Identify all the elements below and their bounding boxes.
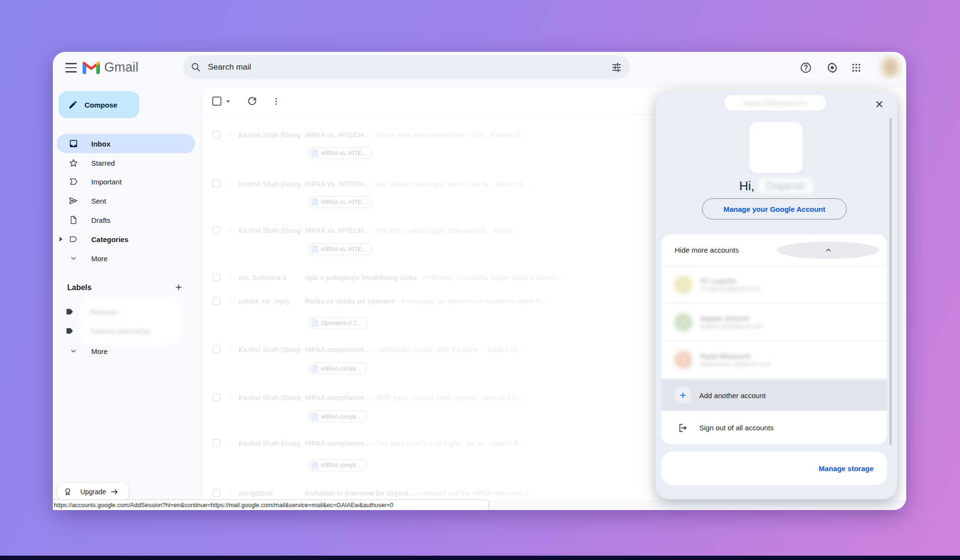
account-avatar: P bbox=[674, 351, 693, 369]
email-label-chip[interactable]: HIPAA vs. HITE… bbox=[309, 196, 372, 208]
sidebar-item-categories[interactable]: Categories bbox=[57, 230, 195, 249]
sidebar-item-label: Starred bbox=[91, 159, 115, 167]
doc-icon bbox=[311, 365, 318, 373]
doc-icon bbox=[311, 198, 318, 206]
label-tag-icon bbox=[68, 234, 79, 244]
search-input[interactable]: Search mail bbox=[208, 62, 611, 72]
sidebar-item-more[interactable]: More bbox=[57, 249, 195, 268]
create-label-plus-icon[interactable]: + bbox=[171, 280, 186, 295]
status-url: https://accounts.google.com/AddSession?h… bbox=[54, 502, 393, 509]
email-label-chip[interactable]: HIPAA compli… bbox=[309, 459, 366, 471]
account-name-redacted: Dajana Juković bbox=[700, 315, 764, 322]
labels-heading: Labels bbox=[67, 283, 92, 292]
close-icon[interactable]: ✕ bbox=[870, 95, 889, 114]
account-email-redacted: dajana.juk@gmail.com bbox=[700, 322, 764, 329]
sidebar-item-label: More bbox=[91, 255, 108, 263]
sidebar-item-label: Sent bbox=[91, 197, 106, 205]
account-row[interactable]: D Dajana Juković dajana.juk@gmail.com bbox=[661, 304, 887, 341]
accounts-card: Hide more accounts S ST Logistic st.logi… bbox=[661, 234, 887, 378]
labels-more-item[interactable]: More bbox=[57, 341, 195, 361]
sidebar-item-inbox[interactable]: Inbox bbox=[57, 134, 195, 153]
sign-out-label: Sign out of all accounts bbox=[699, 424, 774, 432]
sign-out-icon bbox=[674, 423, 692, 433]
chevron-up-icon bbox=[824, 246, 833, 255]
desktop-background: Gmail Search mail bbox=[0, 0, 960, 560]
arrow-right-icon bbox=[110, 487, 123, 496]
email-label-chip[interactable]: HIPAA vs. HITE… bbox=[309, 147, 372, 159]
screen-bottom-bar bbox=[0, 556, 960, 560]
star-icon bbox=[68, 158, 79, 168]
upgrade-button[interactable]: Upgrade bbox=[58, 483, 129, 501]
email-label-chip[interactable]: HIPAA vs. HITE… bbox=[309, 243, 372, 255]
label-tag-icon[interactable] bbox=[65, 326, 76, 337]
plus-icon: + bbox=[674, 387, 692, 404]
google-account-panel: dajana.93i@gmail.com ✕ Hi, Dajana! Manag… bbox=[656, 90, 897, 499]
account-name-redacted: ST Logistic bbox=[700, 277, 761, 285]
label-item[interactable]: Personal bbox=[90, 308, 172, 316]
gmail-m-icon bbox=[83, 61, 100, 74]
account-avatar: S bbox=[674, 276, 693, 294]
search-icon[interactable] bbox=[191, 62, 201, 73]
greeting-name-redacted: Dajana! bbox=[758, 178, 814, 194]
sidebar-item-label: Categories bbox=[91, 235, 129, 243]
sidebar-item-sent[interactable]: Sent bbox=[57, 191, 195, 210]
account-row[interactable]: P Pavle Miranović pavlemiran.v@gmail.com bbox=[661, 341, 887, 378]
doc-icon bbox=[311, 245, 318, 253]
apps-grid-icon[interactable] bbox=[847, 59, 865, 77]
sign-out-all-button[interactable]: Sign out of all accounts bbox=[661, 411, 887, 444]
gmail-window: Gmail Search mail bbox=[53, 52, 906, 510]
sidebar-item-drafts[interactable]: Drafts bbox=[57, 210, 195, 230]
sidebar-item-label: Inbox bbox=[91, 140, 110, 148]
chevron-down-icon bbox=[68, 253, 79, 264]
email-label-chip[interactable]: HIPAA compli… bbox=[309, 411, 366, 423]
pencil-icon bbox=[68, 100, 78, 110]
add-account-label: Add another account bbox=[699, 391, 766, 400]
send-icon bbox=[68, 195, 79, 206]
email-label-chip[interactable]: Opomena-0 2… bbox=[309, 317, 367, 329]
greeting-prefix: Hi, bbox=[739, 179, 754, 194]
search-filter-icon[interactable] bbox=[611, 61, 622, 73]
account-row[interactable]: S ST Logistic st.logistic@gmail.com bbox=[661, 266, 887, 304]
browser-status-bar: https://accounts.google.com/AddSession?h… bbox=[53, 499, 489, 510]
doc-icon bbox=[311, 413, 318, 421]
compose-button[interactable]: Compose bbox=[59, 91, 139, 118]
chevron-down-icon bbox=[68, 346, 79, 356]
upgrade-label: Upgrade bbox=[80, 488, 106, 496]
doc-icon bbox=[311, 319, 318, 327]
gmail-logo: Gmail bbox=[83, 60, 139, 75]
hide-more-accounts-label: Hide more accounts bbox=[675, 246, 777, 254]
gmail-logo-text: Gmail bbox=[104, 60, 139, 75]
collapse-accounts-button[interactable] bbox=[777, 242, 879, 259]
profile-avatar[interactable] bbox=[878, 54, 903, 79]
manage-storage-link[interactable]: Manage storage bbox=[819, 464, 874, 473]
account-email-redacted: st.logistic@gmail.com bbox=[700, 285, 761, 292]
doc-icon bbox=[311, 461, 318, 469]
inbox-icon bbox=[68, 138, 79, 149]
draft-file-icon bbox=[68, 215, 79, 225]
panel-scrollbar[interactable] bbox=[889, 118, 892, 445]
sidebar-item-starred[interactable]: Starred bbox=[57, 153, 195, 172]
expand-triangle-icon[interactable] bbox=[60, 237, 62, 242]
label-item[interactable]: Tražena dokumenta bbox=[90, 328, 172, 335]
add-another-account-button[interactable]: + Add another account bbox=[661, 380, 887, 410]
account-email-redacted: pavlemiran.v@gmail.com bbox=[700, 360, 770, 367]
compose-label: Compose bbox=[85, 101, 117, 109]
label-tag-icon[interactable] bbox=[65, 307, 76, 317]
help-icon[interactable] bbox=[797, 59, 815, 77]
sidebar-item-label: Drafts bbox=[91, 216, 110, 224]
sidebar-item-label: Important bbox=[91, 178, 122, 186]
sidebar-item-important[interactable]: Important bbox=[57, 172, 195, 191]
account-avatar-large[interactable] bbox=[750, 122, 802, 173]
account-avatar: D bbox=[674, 313, 693, 331]
email-label-chip[interactable]: HIPAA compli… bbox=[309, 363, 366, 375]
manage-google-account-button[interactable]: Manage your Google Account bbox=[702, 198, 847, 219]
labels-more-label: More bbox=[91, 347, 108, 355]
medal-icon bbox=[63, 487, 76, 496]
labels-redaction-box bbox=[84, 301, 178, 342]
hide-more-accounts-row[interactable]: Hide more accounts bbox=[661, 234, 887, 266]
storage-card: Manage storage bbox=[661, 451, 887, 485]
search-bar[interactable]: Search mail bbox=[183, 55, 630, 79]
main-menu-icon[interactable] bbox=[64, 61, 79, 74]
important-icon bbox=[68, 176, 79, 187]
settings-gear-icon[interactable] bbox=[823, 59, 841, 77]
